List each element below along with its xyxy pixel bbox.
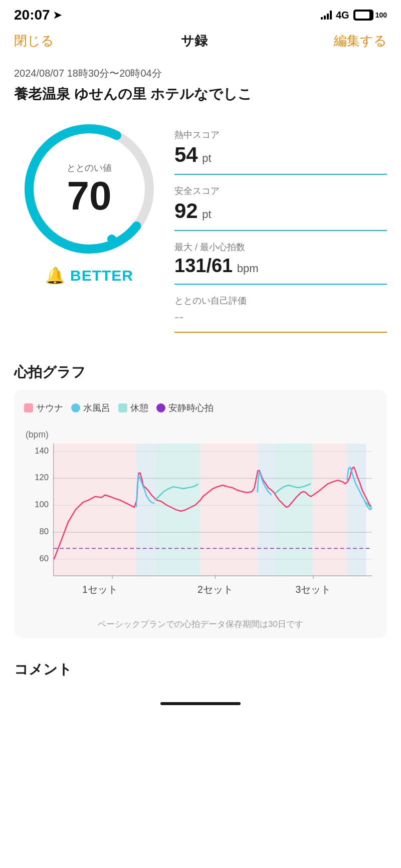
legend-water-label: 水風呂 xyxy=(83,402,110,414)
datetime: 2024/08/07 18時30分〜20時04分 xyxy=(14,67,387,80)
status-better-label: BETTER xyxy=(70,267,133,284)
svg-text:60: 60 xyxy=(39,554,48,563)
sauna-zone-3 xyxy=(312,444,346,576)
bell-icon: 🔔 xyxy=(45,266,65,285)
comment-section: コメント xyxy=(0,648,401,679)
graph-legend: サウナ 水風呂 休憩 安静時心拍 xyxy=(24,402,377,414)
status-right: 4G 100 xyxy=(321,10,387,21)
gauge-container: ととのい値 70 🔔 BETTER xyxy=(14,119,164,285)
location-arrow-icon: ➤ xyxy=(53,9,62,21)
legend-rest-dot xyxy=(118,403,127,412)
network-type: 4G xyxy=(336,10,349,21)
right-scores: 熱中スコア 54 pt 安全スコア 92 pt 最大 / 最小心拍数 131/6… xyxy=(174,119,387,343)
hr-value: 131/61 bpm xyxy=(174,255,387,277)
close-button[interactable]: 閉じる xyxy=(14,32,54,50)
graph-section: 心拍グラフ サウナ 水風呂 休憩 安静時心拍 xyxy=(14,363,387,638)
legend-water-dot xyxy=(71,403,80,412)
signal-strength xyxy=(321,11,332,20)
bottom-bar xyxy=(0,694,401,713)
status-bar: 20:07 ➤ 4G 100 xyxy=(0,0,401,27)
heat-score-label: 熱中スコア xyxy=(174,129,387,141)
legend-sauna-label: サウナ xyxy=(36,402,63,414)
battery-body xyxy=(353,10,373,21)
main-content: 2024/08/07 18時30分〜20時04分 養老温泉 ゆせんの里 ホテルな… xyxy=(0,57,401,648)
legend-rest: 休憩 xyxy=(118,402,148,414)
legend-resting-hr: 安静時心拍 xyxy=(156,402,214,414)
heat-score-unit: pt xyxy=(202,152,211,164)
signal-bar-1 xyxy=(321,17,323,20)
self-eval-value: -- xyxy=(174,309,387,325)
nav-bar: 閉じる サ録 編集する xyxy=(0,27,401,57)
gauge-wrapper: ととのい値 70 xyxy=(19,119,159,259)
svg-text:80: 80 xyxy=(39,527,48,536)
edit-button[interactable]: 編集する xyxy=(334,32,387,50)
gauge-status: 🔔 BETTER xyxy=(45,266,133,285)
time-display: 20:07 xyxy=(14,7,50,23)
water-zone-1 xyxy=(136,444,156,576)
gauge-center: ととのい値 70 xyxy=(67,162,112,216)
gauge-label: ととのい値 xyxy=(67,162,112,174)
sauna-zone-2 xyxy=(200,444,258,576)
signal-bar-4 xyxy=(330,11,332,20)
hr-label: 最大 / 最小心拍数 xyxy=(174,241,387,253)
svg-text:120: 120 xyxy=(35,473,49,483)
battery-fill xyxy=(355,12,370,19)
legend-rest-label: 休憩 xyxy=(130,402,148,414)
chart-area: (bpm) 140 120 100 80 60 xyxy=(24,424,377,612)
heart-rate-chart: (bpm) 140 120 100 80 60 xyxy=(24,424,377,610)
safety-score-unit: pt xyxy=(202,208,211,221)
legend-resting-hr-dot xyxy=(156,403,165,412)
hr-number: 131/61 xyxy=(174,255,233,276)
legend-sauna: サウナ xyxy=(24,402,63,414)
svg-text:140: 140 xyxy=(35,446,49,456)
svg-text:(bpm): (bpm) xyxy=(26,430,49,440)
battery-indicator: 100 xyxy=(353,10,387,21)
graph-section-title: 心拍グラフ xyxy=(14,363,387,382)
safety-score-label: 安全スコア xyxy=(174,185,387,197)
legend-water: 水風呂 xyxy=(71,402,110,414)
graph-card: サウナ 水風呂 休憩 安静時心拍 (bpm) xyxy=(14,390,387,638)
self-eval-item: ととのい自己評価 -- xyxy=(174,295,387,333)
safety-score-number: 92 xyxy=(174,199,198,223)
safety-score-item: 安全スコア 92 pt xyxy=(174,185,387,231)
svg-text:100: 100 xyxy=(35,500,49,509)
rest-zone-2 xyxy=(276,444,312,576)
heat-score-value: 54 pt xyxy=(174,143,387,167)
svg-text:3セット: 3セット xyxy=(295,584,331,595)
legend-resting-hr-label: 安静時心拍 xyxy=(168,402,214,414)
svg-text:2セット: 2セット xyxy=(197,584,233,595)
water-zone-2 xyxy=(258,444,275,576)
hr-unit: bpm xyxy=(237,262,259,275)
water-zone-3 xyxy=(346,444,366,576)
chart-note: ベーシックプランでの心拍データ保存期間は30日です xyxy=(24,618,377,630)
place-name: 養老温泉 ゆせんの里 ホテルなでしこ xyxy=(14,84,387,104)
comment-title: コメント xyxy=(14,660,387,679)
battery-percent: 100 xyxy=(375,11,387,19)
heat-score-number: 54 xyxy=(174,143,198,166)
safety-score-value: 92 pt xyxy=(174,199,387,223)
self-eval-label: ととのい自己評価 xyxy=(174,295,387,307)
status-time: 20:07 ➤ xyxy=(14,7,62,23)
page-title: サ録 xyxy=(181,32,208,50)
signal-bar-2 xyxy=(324,16,326,20)
heart-rate-item: 最大 / 最小心拍数 131/61 bpm xyxy=(174,241,387,285)
gauge-value: 70 xyxy=(67,173,112,218)
heat-score-item: 熱中スコア 54 pt xyxy=(174,129,387,175)
sauna-zone-1 xyxy=(54,444,136,576)
legend-sauna-dot xyxy=(24,403,33,412)
signal-bar-3 xyxy=(327,14,329,20)
svg-text:1セット: 1セット xyxy=(82,584,118,595)
score-section: ととのい値 70 🔔 BETTER 熱中スコア 54 pt 安全スコア xyxy=(14,119,387,343)
home-indicator xyxy=(160,702,241,705)
